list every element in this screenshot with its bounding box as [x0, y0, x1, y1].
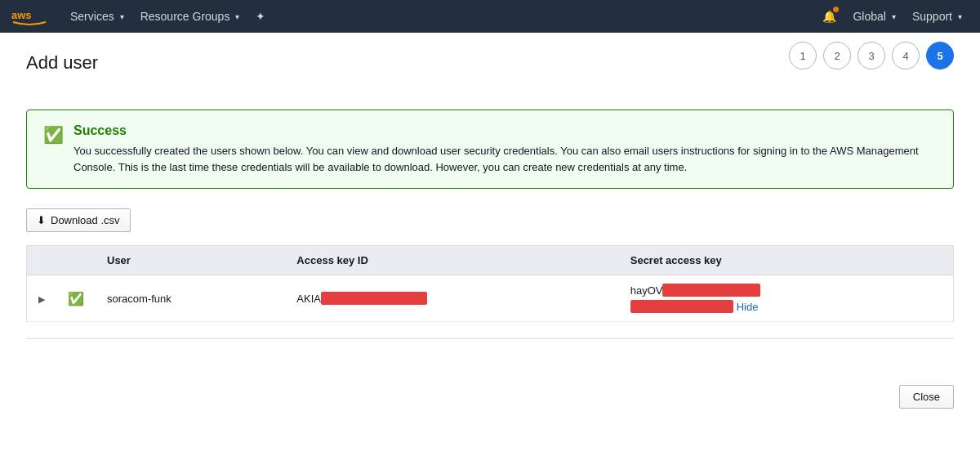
col-user-header: User [96, 246, 285, 275]
row-secret-key-cell: hayOV Hide [619, 275, 954, 322]
close-section: Close [26, 385, 954, 409]
success-content: Success You successfully created the use… [74, 123, 937, 175]
secret-key-redacted-1 [662, 284, 760, 297]
resource-groups-nav[interactable]: Resource Groups ▾ [132, 0, 248, 33]
col-access-key-header: Access key ID [285, 246, 618, 275]
region-selector[interactable]: Global ▾ [844, 0, 903, 33]
step-1[interactable]: 1 [789, 42, 817, 69]
secret-key-value: hayOV Hide [630, 284, 942, 313]
row-status-ok-icon: ✅ [68, 292, 84, 306]
support-menu[interactable]: Support ▾ [904, 0, 970, 33]
row-expand-cell[interactable]: ▶ [27, 275, 57, 322]
step-3[interactable]: 3 [858, 42, 885, 69]
step-2[interactable]: 2 [823, 42, 851, 69]
nav-right-section: 🔔 Global ▾ Support ▾ [814, 0, 970, 33]
col-expand [27, 246, 57, 275]
close-button[interactable]: Close [899, 385, 954, 409]
users-table: User Access key ID Secret access key ▶ ✅… [26, 245, 954, 322]
success-message: You successfully created the users shown… [74, 143, 937, 175]
page-title: Add user [26, 52, 98, 74]
download-icon: ⬇ [37, 214, 46, 226]
row-user-cell: soracom-funk [96, 275, 285, 322]
success-title: Success [74, 123, 937, 138]
bottom-section: Close [26, 338, 954, 409]
aws-logo[interactable]: aws [10, 4, 49, 29]
notification-dot [833, 7, 839, 12]
expand-arrow-icon[interactable]: ▶ [38, 294, 45, 304]
access-key-redacted [321, 292, 427, 305]
secret-key-prefix: hayOV [630, 284, 663, 297]
access-key-value: AKIA [296, 292, 607, 305]
services-chevron-icon: ▾ [120, 12, 124, 21]
hide-link[interactable]: Hide [737, 301, 759, 313]
services-nav[interactable]: Services ▾ [62, 0, 132, 33]
secret-row-2: Hide [630, 300, 942, 313]
row-status-cell: ✅ [56, 275, 96, 322]
svg-text:aws: aws [11, 9, 32, 21]
step-5[interactable]: 5 [926, 42, 954, 69]
star-icon: ✦ [256, 10, 265, 23]
navigation-bar: aws Services ▾ Resource Groups ▾ ✦ 🔔 Glo… [0, 0, 980, 33]
success-banner: ✅ Success You successfully created the u… [26, 110, 954, 189]
resource-groups-chevron-icon: ▾ [235, 12, 239, 21]
secret-key-redacted-2 [630, 300, 733, 313]
row-access-key-cell: AKIA [285, 275, 618, 322]
region-chevron-icon: ▾ [892, 12, 896, 21]
table-header-row: User Access key ID Secret access key [27, 246, 954, 275]
download-csv-button[interactable]: ⬇ Download .csv [26, 208, 131, 232]
secret-row-1: hayOV [630, 284, 942, 297]
support-chevron-icon: ▾ [958, 12, 962, 21]
col-secret-key-header: Secret access key [619, 246, 954, 275]
table-row: ▶ ✅ soracom-funk AKIA h [27, 275, 954, 322]
access-key-prefix: AKIA [296, 293, 321, 305]
step-4[interactable]: 4 [892, 42, 920, 69]
bookmark-nav[interactable]: ✦ [247, 0, 274, 33]
success-check-icon: ✅ [43, 125, 64, 145]
step-indicator: 1 2 3 4 5 [789, 42, 954, 69]
main-content: Add user 1 2 3 4 5 ✅ Success You success… [0, 33, 980, 474]
notifications-button[interactable]: 🔔 [814, 0, 844, 33]
col-status [56, 246, 96, 275]
